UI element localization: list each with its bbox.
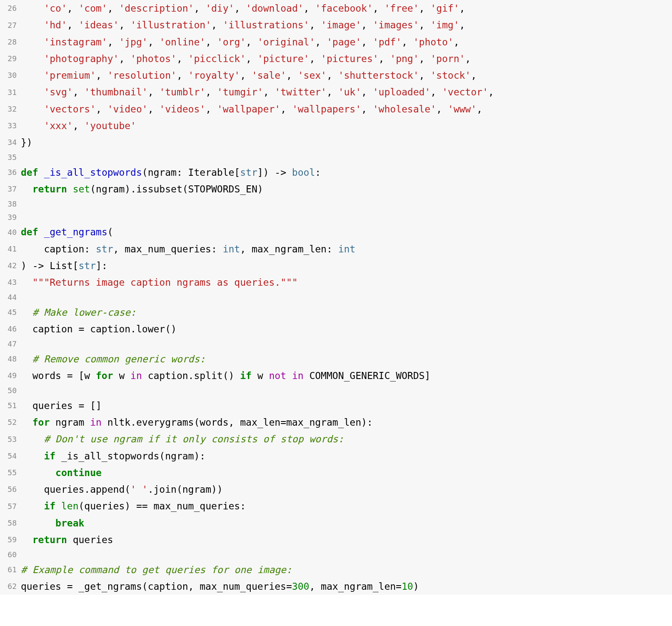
code-content: # Make lower-case: <box>21 304 672 321</box>
token: 'instagram' <box>44 37 107 47</box>
token: caption.split() <box>142 370 240 381</box>
token: , <box>205 87 217 97</box>
token: (ngram).issubset(STOPWORDS_EN) <box>90 184 263 195</box>
token: , <box>246 53 257 64</box>
token: 'jpg' <box>119 37 147 47</box>
token: , <box>119 53 130 64</box>
token: 'photo' <box>413 37 454 47</box>
token <box>21 3 44 14</box>
token: , <box>309 20 321 30</box>
code-content: caption = caption.lower() <box>21 321 672 337</box>
token: , <box>327 70 338 81</box>
token: 'vectors' <box>44 104 96 115</box>
line-number: 31 <box>0 84 21 100</box>
code-content: 'co', 'com', 'description', 'diy', 'down… <box>21 0 672 17</box>
token: ]: <box>96 260 107 271</box>
code-content <box>21 337 672 351</box>
line-number: 58 <box>0 515 21 531</box>
token: str <box>240 167 257 178</box>
token: 'diy' <box>205 3 234 14</box>
token: , <box>436 104 448 115</box>
token: ]) -> <box>257 167 292 178</box>
token <box>21 87 44 97</box>
code-content <box>21 291 672 304</box>
code-content: }) <box>21 134 672 151</box>
token: }) <box>21 137 32 148</box>
token: , <box>263 87 275 97</box>
token: 'xxx' <box>44 120 72 131</box>
code-line: 62queries = _get_ngrams(caption, max_num… <box>0 578 672 595</box>
token: , <box>361 37 373 47</box>
token <box>21 434 44 444</box>
code-line: 56 queries.append(' '.join(ngram)) <box>0 481 672 498</box>
token: 'wallpaper' <box>217 104 280 115</box>
token: , <box>211 20 223 30</box>
token: 'sex' <box>298 70 327 81</box>
line-number: 44 <box>0 291 21 304</box>
token: 'uploaded' <box>373 87 430 97</box>
line-number: 60 <box>0 548 21 561</box>
token: , <box>460 20 465 30</box>
code-content: queries = [] <box>21 397 672 414</box>
token: , <box>419 20 431 30</box>
token <box>21 37 44 47</box>
token: , <box>304 3 315 14</box>
code-line: 40def _get_ngrams( <box>0 224 672 240</box>
token <box>21 501 44 511</box>
code-content: return queries <box>21 531 672 548</box>
line-number: 36 <box>0 164 21 181</box>
token: for <box>32 417 50 428</box>
code-content: 'vectors', 'video', 'videos', 'wallpaper… <box>21 101 672 117</box>
code-line: 32 'vectors', 'video', 'videos', 'wallpa… <box>0 101 672 117</box>
code-line: 58 break <box>0 515 672 531</box>
line-number: 56 <box>0 481 21 498</box>
token: , <box>361 87 373 97</box>
code-line: 48 # Remove common generic words: <box>0 351 672 367</box>
token: 'org' <box>217 37 246 47</box>
token: 'free' <box>384 3 419 14</box>
token: , <box>205 104 217 115</box>
token <box>21 417 32 428</box>
code-content: # Example command to get queries for one… <box>21 561 672 578</box>
code-content: 'photography', 'photos', 'picclick', 'pi… <box>21 50 672 67</box>
token: nltk.everygrams(words, max_len=max_ngram… <box>102 417 373 428</box>
token: int <box>338 244 356 254</box>
line-number: 51 <box>0 397 21 414</box>
code-content: for ngram in nltk.everygrams(words, max_… <box>21 414 672 431</box>
line-number: 50 <box>0 384 21 397</box>
token: w <box>252 370 269 381</box>
token: , max_ngram_len: <box>240 244 338 254</box>
code-content: # Don't use ngram if it only consists of… <box>21 431 672 447</box>
token: caption: <box>21 244 96 254</box>
code-line: 39 <box>0 211 672 224</box>
token <box>38 227 44 237</box>
code-line: 59 return queries <box>0 531 672 548</box>
token: , <box>419 70 431 81</box>
token: , <box>471 70 477 81</box>
code-content: # Remove common generic words: <box>21 351 672 367</box>
line-number: 42 <box>0 257 21 274</box>
token: 'tumblr' <box>159 87 205 97</box>
token: queries = [] <box>21 400 102 411</box>
line-number: 30 <box>0 67 21 84</box>
code-content: def _get_ngrams( <box>21 224 672 240</box>
code-line: 51 queries = [] <box>0 397 672 414</box>
code-line: 29 'photography', 'photos', 'picclick', … <box>0 50 672 67</box>
token: , <box>67 3 79 14</box>
token: 'facebook' <box>315 3 372 14</box>
token: , <box>315 37 327 47</box>
line-number: 53 <box>0 431 21 447</box>
line-number: 28 <box>0 34 21 50</box>
token <box>21 354 32 364</box>
token: , <box>327 87 338 97</box>
token: 'thumbnail' <box>84 87 147 97</box>
code-content: """Returns image caption ngrams as queri… <box>21 274 672 291</box>
token: queries <box>67 534 113 545</box>
token: , <box>240 70 252 81</box>
line-number: 41 <box>0 241 21 257</box>
token: , <box>96 104 107 115</box>
token: str <box>96 244 113 254</box>
token: , <box>177 70 188 81</box>
code-content: 'svg', 'thumbnail', 'tumblr', 'tumgir', … <box>21 84 672 100</box>
code-line: 50 <box>0 384 672 397</box>
